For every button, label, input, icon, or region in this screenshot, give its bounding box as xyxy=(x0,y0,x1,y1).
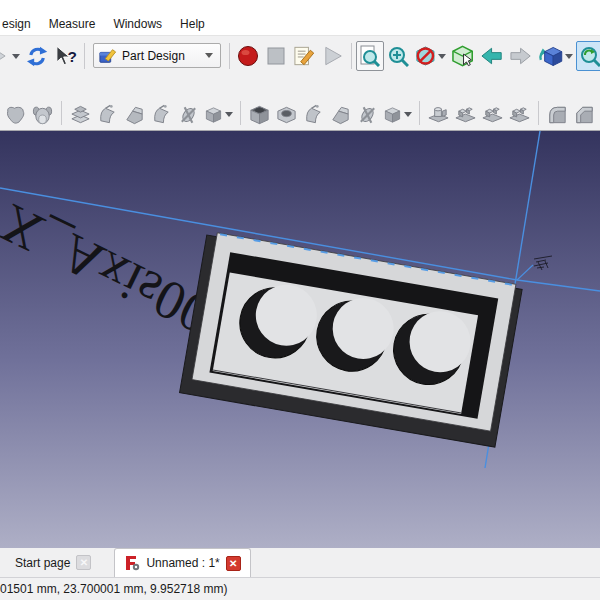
nav-forward-button[interactable] xyxy=(506,41,535,71)
create-sketch-button[interactable] xyxy=(29,101,56,128)
box-selection-button[interactable] xyxy=(449,41,477,71)
sync-view-icon xyxy=(579,45,600,67)
refresh-button[interactable] xyxy=(23,41,51,71)
menu-item-help[interactable]: Help xyxy=(171,14,214,34)
title-bar xyxy=(0,0,600,13)
axonometric-cube-icon xyxy=(538,44,563,68)
multitransform-icon xyxy=(508,103,531,127)
polar-pattern-button[interactable] xyxy=(479,101,506,128)
dropdown-caret-icon xyxy=(438,54,446,59)
toolbar-separator xyxy=(84,43,85,69)
additive-helix-icon xyxy=(177,103,200,127)
fit-all-button[interactable] xyxy=(356,41,384,71)
whats-this-button[interactable]: ? xyxy=(51,41,80,71)
workbench-icon xyxy=(99,47,117,65)
groove-icon xyxy=(302,103,325,127)
revolution-button[interactable] xyxy=(94,101,121,128)
toolbar-separator xyxy=(419,101,420,125)
workbench-selector-value: Part Design xyxy=(122,49,200,63)
macro-edit-button[interactable] xyxy=(290,41,318,71)
dropdown-caret-icon xyxy=(404,112,412,117)
additive-loft-button[interactable] xyxy=(121,101,148,128)
additive-primitive-icon xyxy=(204,103,223,127)
cursor-coordinates: 01501 mm, 23.700001 mm, 9.952718 mm) xyxy=(0,582,227,596)
dropdown-caret-icon xyxy=(565,54,573,59)
toolbar-separator xyxy=(240,101,241,125)
play-icon xyxy=(321,44,344,68)
tab-label: Start page xyxy=(15,556,70,570)
overflow-button[interactable] xyxy=(0,41,23,71)
toolbar-separator xyxy=(538,101,539,125)
arrow-left-icon xyxy=(480,45,503,67)
freecad-doc-icon xyxy=(124,555,140,571)
chamfer-button[interactable] xyxy=(571,101,598,128)
additive-loft-icon xyxy=(123,103,146,127)
sync-view-button[interactable] xyxy=(576,41,600,71)
hole-button[interactable] xyxy=(273,101,300,128)
menu-item-measure[interactable]: Measure xyxy=(40,14,105,34)
arrow-right-icon xyxy=(509,45,532,67)
macro-edit-icon xyxy=(293,45,315,67)
close-tab-icon[interactable]: ✕ xyxy=(226,556,241,571)
part-design-toolbar xyxy=(0,91,600,131)
mirrored-button[interactable] xyxy=(425,101,452,128)
additive-primitive-button[interactable] xyxy=(202,101,235,128)
fillet-icon xyxy=(546,103,569,127)
subtractive-primitive-button[interactable] xyxy=(381,101,414,128)
mirrored-icon xyxy=(427,103,450,127)
chamfer-icon xyxy=(573,103,596,127)
dropdown-caret-icon xyxy=(12,54,20,59)
zoom-selection-button[interactable] xyxy=(384,41,412,71)
fillet-button[interactable] xyxy=(544,101,571,128)
axonometric-view-button[interactable] xyxy=(535,41,576,71)
pocket-icon xyxy=(248,103,271,127)
polar-pattern-icon xyxy=(481,103,504,127)
zoom-icon xyxy=(387,45,409,67)
linear-pattern-button[interactable] xyxy=(452,101,479,128)
main-toolbar: ? Part Design xyxy=(0,36,600,91)
tab-label: Unnamed : 1* xyxy=(146,556,219,570)
3d-scene[interactable]: X_Axis001 xyxy=(0,131,600,548)
workbench-selector[interactable]: Part Design xyxy=(93,43,221,68)
revolution-icon xyxy=(96,103,119,127)
additive-pipe-button[interactable] xyxy=(148,101,175,128)
tab-start-page[interactable]: Start page ✕ xyxy=(6,548,100,577)
3d-viewport[interactable]: X_Axis001 xyxy=(0,131,600,548)
box-selection-icon xyxy=(452,45,474,68)
additive-pipe-icon xyxy=(150,103,173,127)
draw-style-button[interactable] xyxy=(412,41,449,71)
refresh-icon xyxy=(26,45,48,68)
additive-helix-button[interactable] xyxy=(175,101,202,128)
subtractive-loft-button[interactable] xyxy=(327,101,354,128)
create-body-icon xyxy=(4,103,27,127)
subtractive-loft-icon xyxy=(329,103,352,127)
multitransform-button[interactable] xyxy=(506,101,533,128)
tab-unnamed-document[interactable]: Unnamed : 1* ✕ xyxy=(114,548,250,577)
fit-all-icon xyxy=(359,45,381,67)
hole-icon xyxy=(275,103,298,127)
toolbar-separator xyxy=(229,43,230,69)
dropdown-caret-icon xyxy=(225,112,233,117)
svg-text:?: ? xyxy=(67,47,76,64)
pad-button[interactable] xyxy=(67,101,94,128)
menu-item-esign[interactable]: esign xyxy=(0,14,40,34)
create-body-button[interactable] xyxy=(2,101,29,128)
macro-play-button[interactable] xyxy=(318,41,347,71)
subtractive-helix-button[interactable] xyxy=(354,101,381,128)
toolbar-separator xyxy=(61,101,62,125)
macro-stop-button[interactable] xyxy=(262,41,290,71)
pad-icon xyxy=(69,103,92,127)
macro-record-button[interactable] xyxy=(234,41,262,71)
pocket-button[interactable] xyxy=(246,101,273,128)
linear-pattern-icon xyxy=(454,103,477,127)
whats-this-icon: ? xyxy=(54,45,77,68)
document-tab-bar: Start page ✕ Unnamed : 1* ✕ xyxy=(0,548,600,578)
menu-bar: esignMeasureWindowsHelp xyxy=(0,13,600,36)
close-tab-icon[interactable]: ✕ xyxy=(76,555,91,570)
nav-back-button[interactable] xyxy=(477,41,506,71)
menu-item-windows[interactable]: Windows xyxy=(104,14,171,34)
groove-button[interactable] xyxy=(300,101,327,128)
status-bar: 01501 mm, 23.700001 mm, 9.952718 mm) xyxy=(0,578,600,600)
stop-icon xyxy=(266,46,286,66)
create-sketch-icon xyxy=(31,103,54,127)
